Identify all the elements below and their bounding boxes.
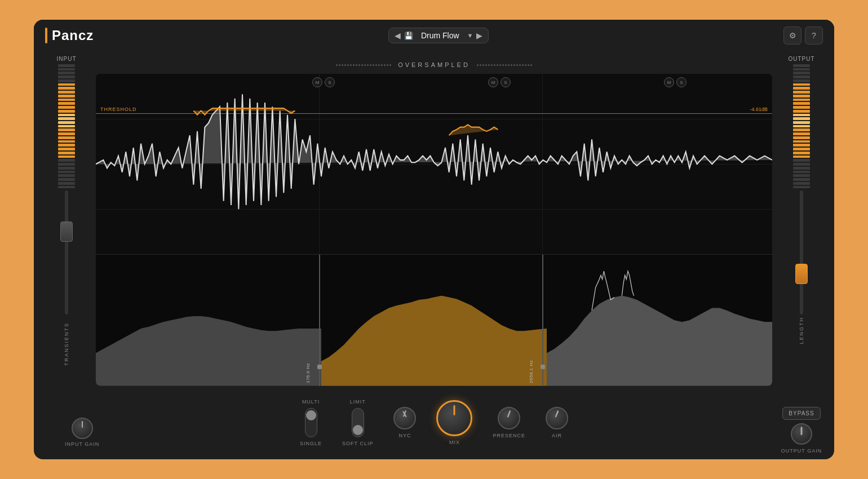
settings-button[interactable]: ⚙ (783, 26, 801, 45)
band3-s-button[interactable]: S (676, 77, 687, 87)
freq-label-2: 2656.1 Hz (529, 360, 534, 383)
logo: Pancz (45, 28, 94, 43)
prev-preset-button[interactable]: ◀ (395, 31, 401, 40)
input-fader-track (65, 190, 68, 314)
bottom-controls: MULTI SINGLE LIMIT SOFT CLIP (96, 386, 772, 459)
presence-indicator (507, 411, 511, 418)
output-gain-label: OUTPUT GAIN (781, 448, 822, 454)
plugin-container: Pancz ◀ 💾 Drum Flow ▼ ▶ ⚙ ? INPUT (34, 20, 834, 459)
input-gain-group: INPUT GAIN (65, 418, 99, 447)
left-panel: INPUT (44, 51, 89, 459)
output-gain-knob[interactable] (791, 423, 812, 445)
band3-m-button[interactable]: M (664, 77, 674, 87)
output-fader-thumb[interactable] (795, 264, 808, 284)
dot-grid-left (336, 64, 391, 66)
output-gain-indicator (801, 427, 802, 433)
logo-text: Pancz (52, 28, 94, 43)
waveform-top: THRESHOLD -4.61dB M S (96, 74, 772, 255)
dot-grid-right (477, 64, 532, 66)
presence-label: PRESENCE (493, 433, 525, 438)
band2-ms-buttons: M S (488, 77, 511, 87)
band2-s-button[interactable]: S (501, 77, 511, 87)
limit-softclip-group: LIMIT SOFT CLIP (342, 399, 373, 446)
input-gain-knob[interactable] (72, 418, 93, 439)
nyc-group: NYC (393, 407, 416, 438)
main-content: INPUT (34, 51, 834, 459)
air-group: AIR (546, 407, 568, 438)
help-button[interactable]: ? (805, 26, 823, 45)
nyc-indicator (403, 411, 408, 417)
input-gain-label: INPUT GAIN (65, 441, 99, 447)
input-fader-thumb[interactable] (60, 221, 73, 242)
presence-group: PRESENCE (493, 407, 525, 438)
multi-single-toggle[interactable] (305, 408, 317, 437)
output-vu-meter (791, 64, 812, 188)
spectrum-area: 176.0 Hz 2656.1 Hz (96, 255, 772, 386)
band1-ms-buttons: M S (312, 77, 335, 87)
freq-handle-2[interactable] (541, 365, 545, 369)
multi-single-group: MULTI SINGLE (300, 399, 322, 446)
output-label: OUTPUT (788, 56, 814, 62)
mix-group: MIX (436, 400, 472, 445)
spectrum-divider-1 (319, 255, 320, 386)
length-label: LENGTH (799, 317, 804, 344)
multi-label: MULTI (302, 399, 320, 405)
nyc-label: NYC (398, 433, 411, 438)
band2-m-button[interactable]: M (488, 77, 498, 87)
toggle-thumb-2 (353, 425, 363, 435)
waveform-area: THRESHOLD -4.61dB M S (96, 74, 772, 386)
preset-nav: ◀ 💾 Drum Flow ▼ ▶ (388, 28, 489, 43)
presence-knob[interactable] (498, 407, 520, 429)
limit-label: LIMIT (350, 399, 366, 405)
oversampled-bar: OVERSAMPLED (96, 56, 772, 74)
input-fader-container (60, 190, 73, 314)
mix-label: MIX (449, 440, 460, 445)
output-fader-container (795, 190, 808, 314)
band1-s-button[interactable]: S (325, 77, 335, 87)
preset-save-icon: 💾 (404, 32, 413, 40)
single-label: SINGLE (300, 441, 322, 446)
spectrum-divider-2 (542, 255, 543, 386)
soft-clip-label: SOFT CLIP (342, 441, 373, 446)
logo-bar (45, 28, 47, 43)
input-label: INPUT (57, 56, 77, 62)
bypass-button[interactable]: BYPASS (782, 407, 820, 420)
top-right-buttons: ⚙ ? (783, 26, 823, 45)
preset-dropdown-button[interactable]: ▼ (467, 32, 473, 39)
waveform-svg (96, 74, 772, 254)
input-vu-meter (56, 64, 77, 188)
center-area: OVERSAMPLED (96, 51, 772, 459)
gear-icon: ⚙ (789, 31, 796, 40)
air-knob[interactable] (546, 407, 568, 429)
preset-name: Drum Flow (417, 31, 464, 40)
freq-handle-1[interactable] (317, 365, 322, 369)
toggle-thumb (306, 410, 316, 420)
transients-label: TRANSIENTS (64, 322, 69, 366)
right-panel: OUTPUT (779, 51, 824, 459)
band3-ms-buttons: M S (664, 77, 687, 87)
mix-knob[interactable] (436, 400, 472, 436)
oversampled-text: OVERSAMPLED (398, 61, 470, 68)
air-indicator (555, 411, 559, 418)
right-bottom-controls: BYPASS OUTPUT GAIN (781, 407, 822, 459)
nyc-knob[interactable] (393, 407, 416, 429)
limit-softclip-toggle[interactable] (352, 408, 364, 437)
spectrum-svg (96, 255, 772, 386)
top-bar: Pancz ◀ 💾 Drum Flow ▼ ▶ ⚙ ? (34, 20, 834, 51)
next-preset-button[interactable]: ▶ (476, 31, 482, 40)
band1-m-button[interactable]: M (312, 77, 322, 87)
output-fader-track (800, 190, 803, 314)
air-label: AIR (552, 433, 562, 438)
input-gain-indicator (82, 421, 83, 428)
help-icon: ? (812, 31, 816, 40)
freq-label-1: 176.0 Hz (305, 363, 311, 383)
